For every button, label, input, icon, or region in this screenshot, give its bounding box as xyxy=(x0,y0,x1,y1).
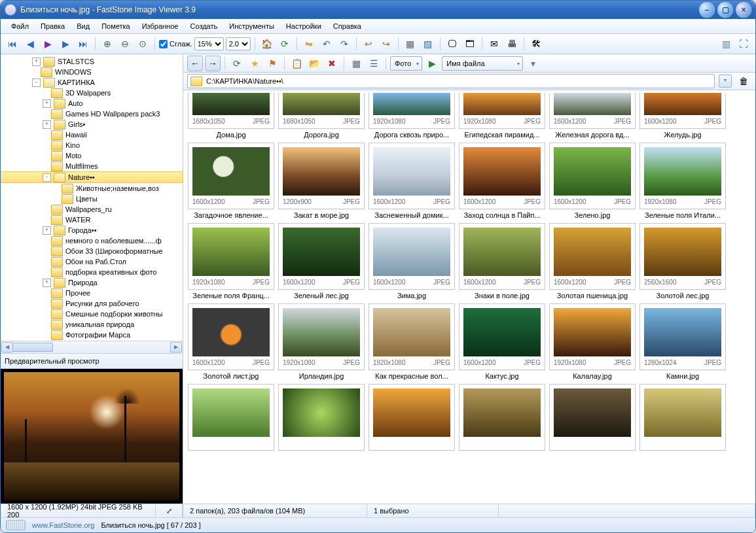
tree-node[interactable]: Hawaii xyxy=(1,129,183,140)
tree-node[interactable]: 3D Walpapers xyxy=(1,88,183,98)
thumbnail[interactable] xyxy=(459,384,545,453)
expand-toggle[interactable]: + xyxy=(32,58,41,66)
thumbnail[interactable]: 1920x1080JPEGЗеленые поля Франц... xyxy=(189,223,274,300)
zoom-out-button[interactable]: ⊖ xyxy=(117,36,133,52)
grid2-icon[interactable]: ▨ xyxy=(420,36,436,52)
tree-node[interactable]: Фотографии Марса xyxy=(1,330,183,340)
menu-Инструменты[interactable]: Инструменты xyxy=(224,21,279,31)
thumbnail[interactable]: 1600x1200JPEGЗелено.jpg xyxy=(550,143,635,219)
thumbnail[interactable] xyxy=(369,384,454,453)
menu-Файл[interactable]: Файл xyxy=(6,21,34,31)
thumbnail[interactable]: 1600x1200JPEGЗаснеженный домик... xyxy=(369,143,454,219)
tree-node[interactable]: Животные;наземные,воз xyxy=(1,183,183,194)
tree-node[interactable]: Multfilmes xyxy=(1,161,183,171)
maximize-button[interactable]: ▢ xyxy=(717,2,733,18)
tree-node[interactable]: +Girls• xyxy=(1,119,183,129)
tree-node[interactable]: Kino xyxy=(1,140,183,150)
filter-combo[interactable]: Фото xyxy=(390,56,422,71)
site-link[interactable]: www.FastStone.org xyxy=(32,521,94,529)
tree-node[interactable]: +Природа xyxy=(1,277,183,288)
smooth-checkbox[interactable]: Сглаж. xyxy=(159,40,192,48)
view-list-icon[interactable]: ☰ xyxy=(366,56,382,71)
first-button[interactable]: ⏮ xyxy=(5,36,20,52)
thumbnail[interactable]: 1600x1200JPEGЗагадочное явление... xyxy=(189,143,274,219)
zoom-in-button[interactable]: ⊕ xyxy=(99,36,115,52)
path-dropdown-button[interactable]: ▾ xyxy=(719,75,732,88)
refresh-icon[interactable]: ⟳ xyxy=(277,36,293,52)
thumbnail[interactable]: 1920x1080JPEGЕгипедская пирамид... xyxy=(459,93,545,139)
grid-icon[interactable]: ▦ xyxy=(403,36,418,52)
tag-icon[interactable]: ⚑ xyxy=(264,56,280,71)
thumbnail[interactable] xyxy=(189,384,274,453)
copy-to-icon[interactable]: 📋 xyxy=(289,56,304,71)
expand-toggle[interactable]: + xyxy=(43,279,51,287)
sort-dir-icon[interactable]: ▾ xyxy=(525,56,541,71)
tree-node[interactable]: Games HD Wallpapers pack3 xyxy=(1,109,183,119)
flip-h-icon[interactable]: ⇋ xyxy=(301,36,317,52)
move-to-icon[interactable]: 📂 xyxy=(306,56,322,71)
tree-node[interactable]: немного о наболевшем......ф xyxy=(1,235,183,246)
tree-node[interactable]: Moto xyxy=(1,150,183,161)
minimize-button[interactable]: – xyxy=(699,2,715,18)
preview-pane[interactable] xyxy=(1,369,183,504)
tree-node[interactable]: Обои на Раб.Стол xyxy=(1,256,183,267)
thumbnail[interactable]: 1920x1080JPEGКак прекрасные вол... xyxy=(369,303,454,380)
tree-node[interactable]: +Города•• xyxy=(1,225,183,235)
rotate-ccw-icon[interactable]: ↶ xyxy=(319,36,334,52)
thumbnail[interactable]: 1680x1050JPEGДома.jpg xyxy=(189,93,274,139)
grip-icon[interactable] xyxy=(6,520,26,530)
thumbnail[interactable] xyxy=(550,384,635,453)
tree-hscrollbar[interactable]: ◀ ▶ xyxy=(1,341,183,353)
prev-button[interactable]: ◀ xyxy=(22,36,38,52)
tree-node[interactable]: Обои 33 (Широкоформатные xyxy=(1,246,183,256)
expand-toggle[interactable]: - xyxy=(32,78,41,87)
home-icon[interactable]: 🏠 xyxy=(259,36,275,52)
view-thumbs-icon[interactable]: ▦ xyxy=(348,56,364,71)
close-button[interactable]: × xyxy=(736,2,751,18)
undo-icon[interactable]: ↩ xyxy=(361,36,376,52)
tree-node[interactable]: Wallpapers_ru xyxy=(1,204,183,215)
expand-toggle[interactable]: + xyxy=(43,120,51,129)
folder-tree[interactable]: +STALSTCSWINDOWS-КАРТИНКА3D Walpapers+Au… xyxy=(1,55,183,341)
next-button[interactable]: ▶ xyxy=(58,36,73,52)
slides-icon[interactable]: 🖵 xyxy=(444,36,460,52)
delete-icon[interactable]: ✖ xyxy=(324,56,340,71)
tree-node[interactable]: +Auto xyxy=(1,98,183,109)
path-field[interactable] xyxy=(187,74,715,88)
redo-icon[interactable]: ↪ xyxy=(378,36,394,52)
thumbnail[interactable]: 1920x1080JPEGИрландия.jpg xyxy=(279,303,364,380)
zoom-fit-button[interactable]: ⊙ xyxy=(135,36,151,52)
thumbnail[interactable]: 1600x1200JPEGЗаход солнца в Пайп... xyxy=(459,143,545,219)
tree-node[interactable]: -Nature•• xyxy=(1,171,183,183)
tree-node[interactable]: Цветы xyxy=(1,194,183,204)
thumbnail[interactable]: 1920x1080JPEGКалалау.jpg xyxy=(550,303,635,380)
scroll-right-button[interactable]: ▶ xyxy=(170,342,182,352)
thumbnail[interactable] xyxy=(279,384,364,453)
thumbnail[interactable]: 1920x1080JPEGДорога сквозь приро... xyxy=(369,93,454,139)
scroll-left-button[interactable]: ◀ xyxy=(1,342,13,352)
path-input[interactable] xyxy=(205,77,711,86)
rotate-cw-icon[interactable]: ↷ xyxy=(336,36,352,52)
thumbnail[interactable]: 1280x1024JPEGКамни.jpg xyxy=(640,303,725,380)
favorite-icon[interactable]: ★ xyxy=(247,56,262,71)
tree-node[interactable]: уникальная природа xyxy=(1,319,183,330)
thumbnail[interactable]: 1600x1200JPEGЗнаки в поле.jpg xyxy=(459,223,545,300)
menu-Пометка[interactable]: Пометка xyxy=(96,21,135,31)
layout-icon[interactable]: ▥ xyxy=(718,36,734,52)
thumbnail[interactable]: 1680x1050JPEGДорога.jpg xyxy=(279,93,364,139)
tree-node[interactable]: Рисунки для рабочего xyxy=(1,298,183,309)
thumbnail[interactable]: 1600x1200JPEGКактус.jpg xyxy=(459,303,545,380)
filter-go-icon[interactable]: ▶ xyxy=(424,56,440,71)
expand-toggle[interactable]: + xyxy=(43,226,51,235)
thumbnail[interactable]: 1600x1200JPEGЖелезная дорога вд... xyxy=(550,93,635,139)
expand-preview-button[interactable]: ⤢ xyxy=(156,504,183,517)
tree-node[interactable]: Смешные подборки животны xyxy=(1,309,183,319)
tree-node[interactable]: WINDOWS xyxy=(1,67,183,77)
tree-node[interactable]: Прочее xyxy=(1,288,183,298)
menu-Справка[interactable]: Справка xyxy=(328,21,367,31)
print-icon[interactable]: 🖶 xyxy=(504,36,520,52)
expand-toggle[interactable]: + xyxy=(43,99,51,108)
scroll-thumb[interactable] xyxy=(12,343,53,352)
last-button[interactable]: ⏭ xyxy=(75,36,91,52)
zoom-percent-select[interactable]: 15% xyxy=(194,37,224,50)
